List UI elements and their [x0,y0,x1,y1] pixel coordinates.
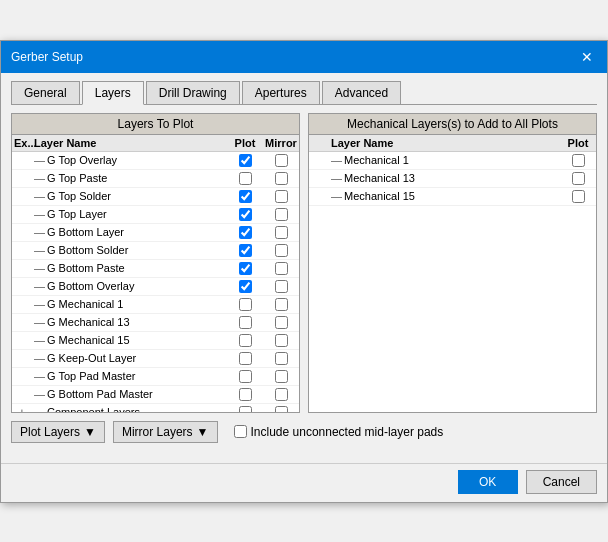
plot-checkbox[interactable] [572,154,585,167]
layer-name: Mechanical 15 [344,190,415,202]
tab-layers[interactable]: Layers [82,81,144,105]
plot-checkbox[interactable] [572,190,585,203]
cancel-button[interactable]: Cancel [526,470,597,494]
header-layer-name: Layer Name [32,135,227,151]
tab-bar: General Layers Drill Drawing Apertures A… [11,81,597,105]
mirror-checkbox[interactable] [275,262,288,275]
layer-dash: — [34,172,45,184]
close-button[interactable]: ✕ [577,47,597,67]
left-panel-title: Layers To Plot [12,114,299,135]
layer-dash: — [34,244,45,256]
layer-dash: — [34,298,45,310]
layer-name: G Bottom Pad Master [47,388,153,400]
right-panel-title: Mechanical Layers(s) to Add to All Plots [309,114,596,135]
layer-name: G Top Layer [47,208,107,220]
mirror-checkbox[interactable] [275,154,288,167]
mirror-checkbox[interactable] [275,316,288,329]
plot-checkbox[interactable] [239,262,252,275]
header-ex: Ex... [12,135,32,151]
include-unconnected-text: Include unconnected mid-layer pads [251,425,444,439]
plot-checkbox[interactable] [239,154,252,167]
layer-list-left: —G Top Overlay—G Top Paste—G Top Solder—… [12,152,299,412]
layer-row: —G Mechanical 13 [12,314,299,332]
header-plot: Plot [227,135,263,151]
layer-name: G Top Overlay [47,154,117,166]
mechanical-layers-panel: Mechanical Layers(s) to Add to All Plots… [308,113,597,413]
expand-icon[interactable]: + [19,407,25,412]
mirror-checkbox[interactable] [275,352,288,365]
tab-apertures[interactable]: Apertures [242,81,320,104]
plot-checkbox[interactable] [239,352,252,365]
layer-name: Component Layers [47,406,140,412]
ok-button[interactable]: OK [458,470,518,494]
right-header-layer-name: Layer Name [329,135,560,151]
plot-layers-label: Plot Layers [20,425,80,439]
layer-row: —G Mechanical 15 [12,332,299,350]
plot-checkbox[interactable] [239,208,252,221]
dialog-content: General Layers Drill Drawing Apertures A… [1,73,607,463]
layer-name: G Mechanical 13 [47,316,130,328]
right-header-plot: Plot [560,135,596,151]
layer-row: —G Top Overlay [12,152,299,170]
layer-row: —G Bottom Layer [12,224,299,242]
plot-checkbox[interactable] [239,316,252,329]
mirror-checkbox[interactable] [275,334,288,347]
layer-dash: — [34,316,45,328]
layer-dash: — [34,280,45,292]
mirror-checkbox[interactable] [275,190,288,203]
mirror-checkbox[interactable] [275,172,288,185]
layer-row: —Mechanical 13 [309,170,596,188]
layer-dash: — [34,334,45,346]
header-mirror: Mirror [263,135,299,151]
mirror-layers-button[interactable]: Mirror Layers ▼ [113,421,218,443]
plot-checkbox[interactable] [239,388,252,401]
layer-row: —G Mechanical 1 [12,296,299,314]
plot-checkbox[interactable] [239,334,252,347]
plot-checkbox[interactable] [239,406,252,412]
layer-dash: — [331,154,342,166]
layer-dash: — [34,208,45,220]
left-panel-header: Ex... Layer Name Plot Mirror [12,135,299,152]
layer-row: —G Bottom Pad Master [12,386,299,404]
layer-row: —G Top Layer [12,206,299,224]
tab-drill-drawing[interactable]: Drill Drawing [146,81,240,104]
mirror-checkbox[interactable] [275,370,288,383]
plot-checkbox[interactable] [239,226,252,239]
plot-checkbox[interactable] [239,280,252,293]
mirror-checkbox[interactable] [275,208,288,221]
layer-name: G Bottom Paste [47,262,125,274]
plot-checkbox[interactable] [239,370,252,383]
plot-checkbox[interactable] [239,298,252,311]
layer-name: G Top Solder [47,190,111,202]
mirror-checkbox[interactable] [275,244,288,257]
plot-checkbox[interactable] [239,244,252,257]
include-unconnected-label[interactable]: Include unconnected mid-layer pads [234,425,444,439]
layer-dash: — [34,352,45,364]
plot-checkbox[interactable] [239,190,252,203]
layer-dash: — [34,388,45,400]
layer-dash: — [34,154,45,166]
mirror-checkbox[interactable] [275,388,288,401]
plot-layers-button[interactable]: Plot Layers ▼ [11,421,105,443]
layer-name: G Mechanical 15 [47,334,130,346]
layer-row: —G Bottom Solder [12,242,299,260]
layer-dash: — [34,262,45,274]
mirror-checkbox[interactable] [275,298,288,311]
mirror-checkbox[interactable] [275,280,288,293]
layer-name: Mechanical 13 [344,172,415,184]
layer-dash: — [331,190,342,202]
layer-name: Mechanical 1 [344,154,409,166]
layer-row: —G Top Solder [12,188,299,206]
tab-advanced[interactable]: Advanced [322,81,401,104]
plot-checkbox[interactable] [239,172,252,185]
layer-name: G Bottom Overlay [47,280,134,292]
mirror-checkbox[interactable] [275,226,288,239]
layer-row: +—Component Layers [12,404,299,412]
tab-general[interactable]: General [11,81,80,104]
layers-to-plot-panel: Layers To Plot Ex... Layer Name Plot Mir… [11,113,300,413]
layer-name: G Mechanical 1 [47,298,123,310]
plot-checkbox[interactable] [572,172,585,185]
include-unconnected-checkbox[interactable] [234,425,247,438]
layer-dash: — [34,370,45,382]
mirror-checkbox[interactable] [275,406,288,412]
